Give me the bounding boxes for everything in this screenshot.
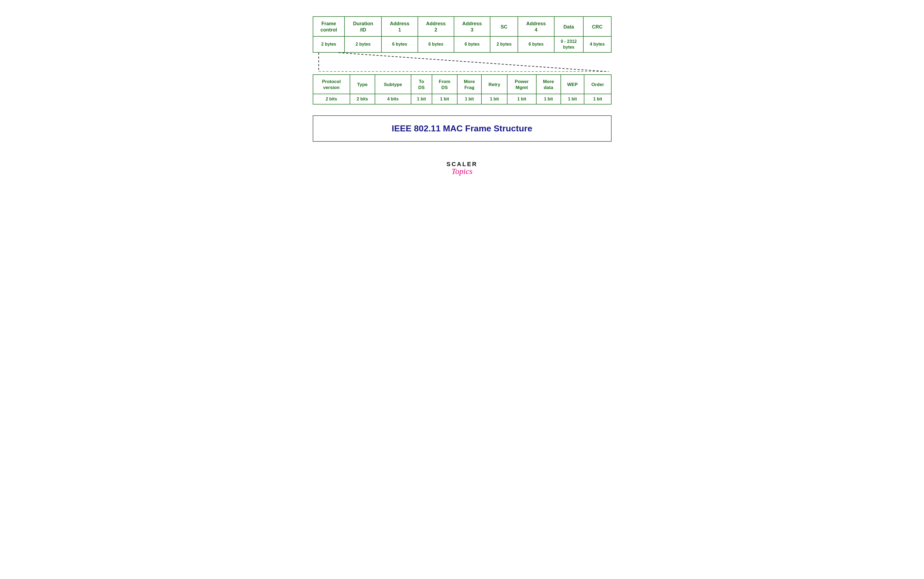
field-subtype: Subtype [375,75,411,94]
field-protocol-version: Protocolversion [313,75,350,94]
bytes-data: 0 - 2312bytes [554,36,584,53]
bits-more-data: 1 bit [536,94,561,105]
field-more-frag: MoreFrag [457,75,482,94]
bytes-address4: 6 bytes [518,36,554,53]
bytes-sc: 2 bytes [490,36,518,53]
bytes-address2: 6 bytes [418,36,454,53]
bytes-address3: 6 bytes [454,36,490,53]
svg-line-1 [338,53,609,72]
bits-order: 1 bit [584,94,611,105]
bits-to-ds: 1 bit [411,94,432,105]
field-frame-control: Framecontrol [313,16,345,36]
bytes-frame-control: 2 bytes [313,36,345,53]
field-data: Data [554,16,584,36]
bits-wep: 1 bit [561,94,584,105]
field-address4: Address4 [518,16,554,36]
field-duration-id: Duration/ID [345,16,381,36]
bits-retry: 1 bit [481,94,507,105]
field-sc: SC [490,16,518,36]
field-more-data: Moredata [536,75,561,94]
field-to-ds: ToDS [411,75,432,94]
field-address2: Address2 [418,16,454,36]
bits-type: 2 bits [350,94,375,105]
field-from-ds: FromDS [432,75,457,94]
field-type: Type [350,75,375,94]
bits-from-ds: 1 bit [432,94,457,105]
bits-protocol-version: 2 bits [313,94,350,105]
bytes-address1: 6 bytes [381,36,418,53]
topics-brand-text: Topics [451,167,473,176]
bits-subtype: 4 bits [375,94,411,105]
field-crc: CRC [583,16,611,36]
caption-text: IEEE 802.11 MAC Frame Structure [392,124,532,133]
bottom-header-row: Protocolversion Type Subtype ToDS FromDS… [313,75,611,94]
field-retry: Retry [481,75,507,94]
field-wep: WEP [561,75,584,94]
top-bytes-row: 2 bytes 2 bytes 6 bytes 6 bytes 6 bytes … [313,36,611,53]
field-address3: Address3 [454,16,490,36]
scaler-logo: SCALER Topics [446,161,478,176]
field-power-mgmt: PowerMgmt [507,75,536,94]
expansion-lines [313,53,612,72]
field-address1: Address1 [381,16,418,36]
bits-power-mgmt: 1 bit [507,94,536,105]
top-header-row: Framecontrol Duration/ID Address1 Addres… [313,16,611,36]
bits-more-frag: 1 bit [457,94,482,105]
bottom-frame-control-table: Protocolversion Type Subtype ToDS FromDS… [313,74,612,105]
bytes-crc: 4 bytes [583,36,611,53]
bytes-duration-id: 2 bytes [345,36,381,53]
bottom-bits-row: 2 bits 2 bits 4 bits 1 bit 1 bit 1 bit 1… [313,94,611,105]
diagram-container: Framecontrol Duration/ID Address1 Addres… [313,16,612,105]
top-frame-table: Framecontrol Duration/ID Address1 Addres… [313,16,612,53]
field-order: Order [584,75,611,94]
caption-box: IEEE 802.11 MAC Frame Structure [313,115,612,142]
